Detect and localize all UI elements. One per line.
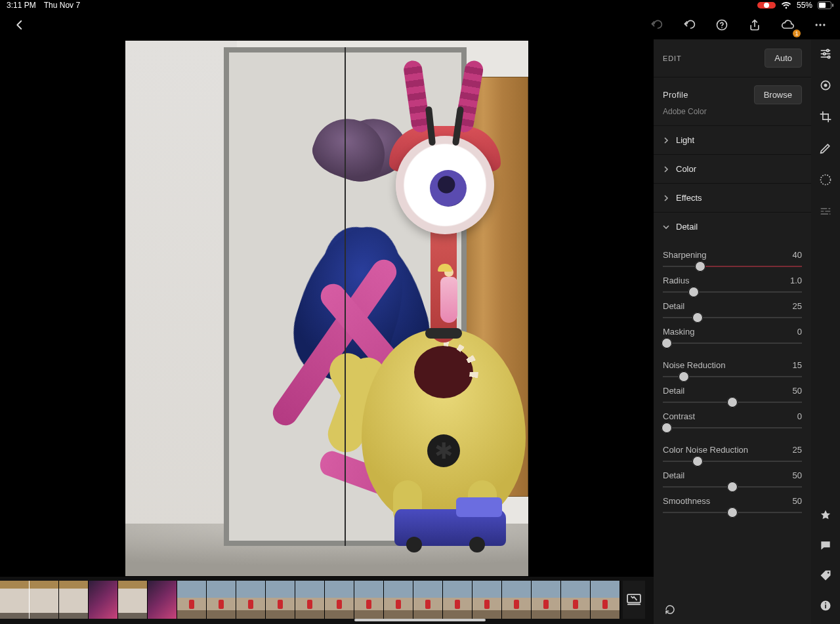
filmstrip-thumb[interactable] bbox=[561, 581, 591, 619]
share-button[interactable] bbox=[744, 14, 765, 35]
filmstrip-thumb[interactable] bbox=[177, 581, 207, 619]
svg-rect-2 bbox=[832, 4, 833, 7]
svg-point-4 bbox=[816, 24, 818, 26]
svg-point-8 bbox=[824, 52, 826, 54]
group-light[interactable]: Light bbox=[654, 126, 811, 155]
more-button[interactable] bbox=[810, 14, 831, 35]
redo-button[interactable] bbox=[646, 14, 667, 35]
brush-icon[interactable] bbox=[818, 140, 833, 156]
group-light-label: Light bbox=[676, 135, 694, 145]
profile-row: Profile Browse Adobe Color bbox=[654, 77, 811, 126]
cloud-sync-button[interactable]: 1 bbox=[777, 14, 798, 35]
undo-button[interactable] bbox=[679, 14, 700, 35]
comments-icon[interactable] bbox=[818, 537, 833, 553]
auto-button[interactable]: Auto bbox=[765, 49, 802, 68]
filmstrip-thumb[interactable] bbox=[532, 581, 561, 619]
slider-nr-label: Noise Reduction bbox=[663, 360, 725, 370]
home-indicator bbox=[354, 619, 486, 621]
slider-detail2-value: 50 bbox=[793, 386, 802, 396]
profile-value: Adobe Color bbox=[663, 107, 802, 116]
svg-rect-1 bbox=[819, 3, 826, 8]
slider-masking[interactable]: Masking0 bbox=[663, 327, 802, 346]
slider-smoothness[interactable]: Smoothness50 bbox=[663, 496, 802, 515]
group-effects[interactable]: Effects bbox=[654, 184, 811, 213]
back-button[interactable] bbox=[9, 14, 30, 35]
adjust-sliders-icon[interactable] bbox=[818, 46, 833, 62]
status-date: Thu Nov 7 bbox=[44, 1, 80, 10]
app-toolbar: 1 bbox=[0, 12, 840, 38]
tool-rail bbox=[811, 39, 840, 624]
filmstrip-toggle-icon[interactable] bbox=[623, 581, 645, 619]
svg-point-5 bbox=[819, 24, 821, 26]
crop-icon[interactable] bbox=[818, 109, 833, 125]
filmstrip-thumb[interactable] bbox=[591, 581, 620, 619]
filmstrip-thumb[interactable] bbox=[354, 581, 384, 619]
filmstrip-thumb[interactable] bbox=[325, 581, 354, 619]
slider-cnr-detail[interactable]: Detail50 bbox=[663, 470, 802, 489]
battery-icon bbox=[818, 1, 833, 9]
slider-detail1-label: Detail bbox=[663, 301, 684, 311]
group-effects-label: Effects bbox=[676, 193, 702, 203]
reset-panel-button[interactable] bbox=[663, 604, 677, 617]
slider-masking-value: 0 bbox=[797, 327, 802, 337]
filmstrip-thumb[interactable] bbox=[384, 581, 413, 619]
filmstrip-thumb[interactable] bbox=[236, 581, 266, 619]
filmstrip-thumb[interactable] bbox=[30, 581, 59, 619]
slider-radius-label: Radius bbox=[663, 276, 689, 285]
filmstrip-thumb[interactable] bbox=[207, 581, 236, 619]
filmstrip-thumb[interactable] bbox=[118, 581, 148, 619]
svg-rect-15 bbox=[825, 604, 826, 608]
wifi-icon bbox=[781, 1, 791, 9]
slider-sharpening-value: 40 bbox=[793, 250, 802, 260]
edited-photo bbox=[125, 41, 528, 576]
presets-icon[interactable] bbox=[818, 203, 833, 219]
cloud-badge-count: 1 bbox=[793, 30, 801, 37]
help-button[interactable] bbox=[711, 14, 732, 35]
slider-radius[interactable]: Radius1.0 bbox=[663, 276, 802, 295]
slider-radius-value: 1.0 bbox=[790, 276, 802, 285]
filmstrip-thumb[interactable] bbox=[443, 581, 472, 619]
slider-noise-reduction[interactable]: Noise Reduction15 bbox=[663, 360, 802, 379]
slider-sharpening[interactable]: Sharpening40 bbox=[663, 250, 802, 269]
info-icon[interactable] bbox=[818, 598, 833, 614]
photo-viewport[interactable] bbox=[0, 39, 654, 577]
healing-icon[interactable] bbox=[818, 77, 833, 93]
filmstrip-thumb[interactable] bbox=[413, 581, 443, 619]
slider-detail-sharp[interactable]: Detail25 bbox=[663, 301, 802, 320]
filmstrip[interactable] bbox=[0, 577, 654, 624]
slider-color-nr[interactable]: Color Noise Reduction25 bbox=[663, 445, 802, 464]
group-color[interactable]: Color bbox=[654, 155, 811, 184]
slider-detail3-label: Detail bbox=[663, 470, 684, 480]
slider-nr-contrast[interactable]: Contrast0 bbox=[663, 411, 802, 430]
slider-sharpening-label: Sharpening bbox=[663, 250, 707, 260]
slider-masking-label: Masking bbox=[663, 327, 694, 337]
filmstrip-thumb[interactable] bbox=[295, 581, 325, 619]
screen-record-indicator[interactable] bbox=[757, 2, 776, 9]
browse-profile-button[interactable]: Browse bbox=[754, 85, 802, 104]
edit-section-label: EDIT bbox=[663, 54, 682, 62]
radial-gradient-icon[interactable] bbox=[818, 172, 833, 188]
filmstrip-thumb[interactable] bbox=[266, 581, 295, 619]
profile-label: Profile bbox=[663, 90, 688, 100]
group-color-label: Color bbox=[676, 164, 696, 174]
filmstrip-thumb[interactable] bbox=[148, 581, 177, 619]
slider-contrast-value: 0 bbox=[797, 411, 802, 421]
battery-percent: 55% bbox=[797, 1, 812, 10]
svg-point-9 bbox=[828, 56, 830, 58]
slider-cnr-label: Color Noise Reduction bbox=[663, 445, 748, 455]
slider-nr-detail[interactable]: Detail50 bbox=[663, 386, 802, 405]
slider-detail3-value: 50 bbox=[793, 470, 802, 480]
edit-header-row: EDIT Auto bbox=[654, 39, 811, 77]
filmstrip-thumb[interactable] bbox=[502, 581, 532, 619]
filmstrip-thumb[interactable] bbox=[59, 581, 89, 619]
svg-point-7 bbox=[827, 49, 829, 51]
filmstrip-thumb[interactable] bbox=[0, 581, 30, 619]
filmstrip-thumb[interactable] bbox=[472, 581, 502, 619]
detail-sliders: Sharpening40 Radius1.0 Detail25 Masking0… bbox=[654, 241, 811, 523]
filmstrip-thumb[interactable] bbox=[89, 581, 118, 619]
group-detail[interactable]: Detail bbox=[654, 213, 811, 241]
keywords-icon[interactable] bbox=[818, 568, 833, 583]
rate-star-icon[interactable] bbox=[818, 507, 833, 523]
edit-panel: EDIT Auto Profile Browse Adobe Color Lig… bbox=[654, 39, 811, 624]
status-time: 3:11 PM bbox=[7, 1, 36, 10]
